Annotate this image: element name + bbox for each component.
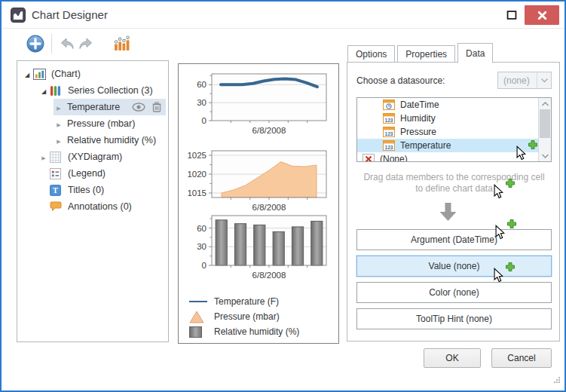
tree-item-label: (Legend) bbox=[67, 168, 106, 179]
tree-item-label: (XYDiagram) bbox=[67, 152, 122, 162]
tree-item-label: Pressure (mbar) bbox=[64, 118, 135, 129]
datasource-combobox[interactable]: (none) bbox=[497, 72, 552, 89]
scrollbar-thumb[interactable] bbox=[540, 109, 550, 138]
close-button[interactable] bbox=[525, 5, 559, 25]
expander-collapsed-icon[interactable] bbox=[54, 118, 64, 129]
expander-expanded-icon[interactable] bbox=[22, 69, 32, 79]
none-field-icon bbox=[363, 154, 375, 162]
tree-item-label: Temperature bbox=[64, 102, 120, 112]
cell-label: Color (none) bbox=[429, 287, 479, 298]
tree-item-label: Series Collection (3) bbox=[67, 85, 153, 96]
field-label: DateTime bbox=[400, 100, 439, 110]
tree-item-titles[interactable]: T Titles (0) bbox=[38, 182, 168, 198]
tree-item-label: Annotations (0) bbox=[67, 201, 132, 212]
chart-icon bbox=[33, 68, 46, 80]
pressure-area-chart-preview[interactable]: 1015102010256/8/2008 bbox=[180, 147, 335, 216]
scroll-up-icon[interactable] bbox=[539, 98, 551, 109]
argument-cell[interactable]: Argument (DateTime) bbox=[356, 229, 552, 250]
legend-icon bbox=[50, 167, 63, 179]
down-arrow-icon bbox=[439, 203, 457, 223]
tab-data[interactable]: Data bbox=[457, 43, 493, 63]
tree-item-xydiagram[interactable]: (XYDiagram) bbox=[38, 149, 168, 165]
tooltip-hint-cell[interactable]: ToolTip Hint (none) bbox=[356, 308, 552, 329]
chart-appearance-button[interactable] bbox=[113, 34, 132, 53]
tree-item-label: Titles (0) bbox=[67, 185, 104, 195]
bar-series-marker-icon bbox=[189, 326, 209, 338]
expander-expanded-icon[interactable] bbox=[38, 85, 49, 96]
undo-button[interactable] bbox=[60, 38, 75, 50]
field-label: (None) bbox=[380, 154, 408, 162]
scroll-down-icon[interactable] bbox=[539, 150, 551, 161]
datasource-label: Choose a datasource: bbox=[356, 75, 445, 86]
svg-text:0: 0 bbox=[202, 116, 207, 125]
chart-preview-panel[interactable]: 030606/8/2008 1015102010256/8/2008 03060… bbox=[178, 63, 339, 344]
maximize-button[interactable] bbox=[506, 11, 518, 21]
tree-item-chart[interactable]: (Chart) bbox=[22, 66, 168, 82]
chart-structure-tree: (Chart) Series Collection (3) Temperatur… bbox=[17, 60, 169, 342]
cell-label: Argument (DateTime) bbox=[411, 234, 497, 245]
field-item-datetime[interactable]: DateTime bbox=[357, 98, 538, 112]
field-item-none[interactable]: (None) bbox=[357, 152, 538, 162]
line-series-marker-icon bbox=[189, 300, 209, 303]
svg-text:1020: 1020 bbox=[187, 170, 207, 179]
tree-item-label: (Chart) bbox=[50, 69, 81, 79]
value-cell[interactable]: Value (none) bbox=[356, 256, 552, 277]
visibility-eye-icon[interactable] bbox=[132, 103, 145, 112]
delete-trash-icon[interactable] bbox=[152, 102, 161, 112]
ok-button[interactable]: OK bbox=[424, 348, 481, 368]
data-member-list: DateTime 123 Humidity 123 Pressure 123 T… bbox=[356, 97, 552, 162]
legend-label: Relative humidity (%) bbox=[214, 326, 299, 337]
expander-collapsed-icon[interactable] bbox=[54, 102, 64, 112]
tree-item-relative-humidity[interactable]: Relative humidity (%) bbox=[54, 132, 168, 149]
close-x-icon bbox=[537, 11, 547, 20]
svg-text:1015: 1015 bbox=[187, 188, 207, 198]
legend-item: Pressure (mbar) bbox=[189, 309, 299, 324]
list-scrollbar[interactable] bbox=[538, 98, 551, 161]
svg-text:0: 0 bbox=[202, 261, 207, 270]
svg-text:60: 60 bbox=[197, 80, 207, 89]
xydiagram-grid-icon bbox=[50, 151, 63, 163]
right-panel-tabs: Options Properties Data bbox=[347, 43, 495, 63]
tree-item-legend[interactable]: (Legend) bbox=[38, 165, 168, 182]
series-collection-icon bbox=[50, 84, 63, 96]
add-chart-element-button[interactable] bbox=[26, 35, 44, 53]
svg-text:123: 123 bbox=[385, 118, 393, 123]
tree-item-label: Relative humidity (%) bbox=[64, 135, 156, 145]
numeric-field-icon: 123 bbox=[383, 127, 396, 137]
area-series-marker-icon bbox=[189, 311, 209, 323]
field-label: Humidity bbox=[400, 113, 436, 124]
expander-collapsed-icon[interactable] bbox=[54, 135, 64, 145]
temperature-line-chart-preview[interactable]: 030606/8/2008 bbox=[180, 70, 335, 139]
tree-item-series-collection[interactable]: Series Collection (3) bbox=[38, 82, 168, 99]
data-tab-page: Choose a datasource: (none) DateTime 123… bbox=[347, 62, 560, 341]
redo-button[interactable] bbox=[78, 38, 93, 50]
cancel-button[interactable]: Cancel bbox=[491, 348, 552, 368]
expander-collapsed-icon[interactable] bbox=[38, 152, 49, 162]
field-item-pressure[interactable]: 123 Pressure bbox=[357, 125, 538, 139]
tree-item-pressure[interactable]: Pressure (mbar) bbox=[54, 115, 168, 132]
title-bar[interactable]: Chart Designer bbox=[2, 2, 564, 29]
tree-item-annotations[interactable]: Annotations (0) bbox=[38, 198, 168, 215]
field-label: Temperature bbox=[400, 140, 451, 151]
legend-item: Relative humidity (%) bbox=[189, 324, 299, 339]
svg-text:6/8/2008: 6/8/2008 bbox=[252, 203, 286, 212]
resize-grip[interactable] bbox=[553, 373, 561, 387]
humidity-bar-chart-preview[interactable]: 030606/8/2008 bbox=[180, 212, 335, 284]
tab-options[interactable]: Options bbox=[347, 45, 395, 63]
tree-item-temperature[interactable]: Temperature bbox=[54, 99, 166, 115]
cell-label: Value (none) bbox=[429, 261, 480, 271]
svg-text:6/8/2008: 6/8/2008 bbox=[252, 271, 286, 280]
legend-label: Temperature (F) bbox=[214, 296, 279, 307]
chart-designer-dialog: Chart Designer (Chart) Series bbox=[0, 0, 566, 392]
field-label: Pressure bbox=[400, 127, 436, 137]
color-cell[interactable]: Color (none) bbox=[356, 282, 552, 303]
toolbar-separator bbox=[51, 34, 52, 54]
tab-properties[interactable]: Properties bbox=[397, 45, 455, 63]
field-item-humidity[interactable]: 123 Humidity bbox=[357, 112, 538, 125]
chevron-down-icon[interactable] bbox=[537, 72, 551, 88]
legend-label: Pressure (mbar) bbox=[214, 311, 280, 322]
numeric-field-icon: 123 bbox=[383, 140, 396, 151]
svg-text:123: 123 bbox=[385, 145, 393, 150]
datetime-field-icon bbox=[383, 100, 396, 110]
field-item-temperature[interactable]: 123 Temperature bbox=[357, 139, 538, 152]
